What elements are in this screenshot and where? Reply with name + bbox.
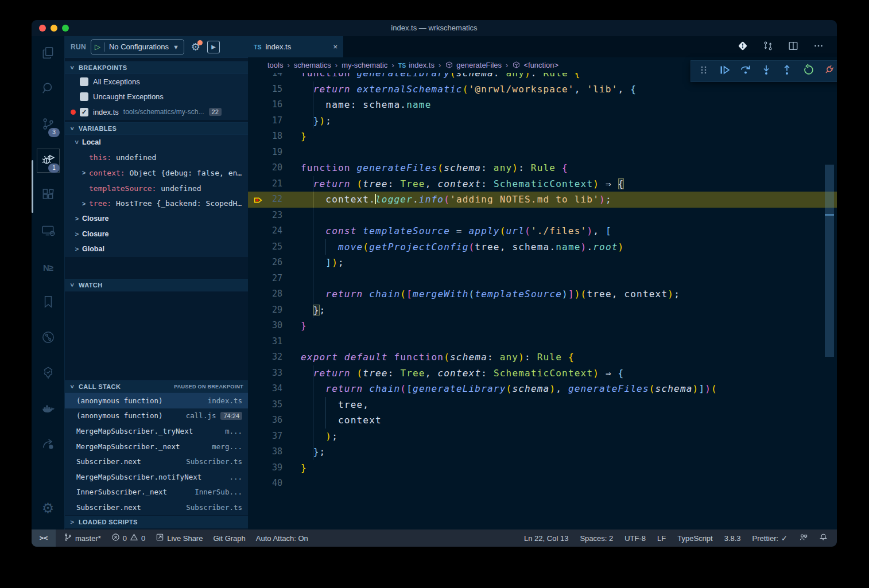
typescript-version-status[interactable]: 3.8.3 bbox=[724, 534, 741, 543]
code-line[interactable]: 37 ); bbox=[248, 429, 837, 445]
eol-status[interactable]: LF bbox=[657, 534, 666, 543]
sidebar-item-docker[interactable] bbox=[32, 392, 64, 427]
code-line[interactable]: 39} bbox=[248, 460, 837, 476]
code-line[interactable]: 15 return externalSchematic('@nrwl/works… bbox=[248, 81, 837, 98]
expand-chevron[interactable]: > bbox=[81, 169, 87, 176]
breadcrumb-item[interactable]: my-schematic bbox=[342, 61, 387, 69]
expand-chevron[interactable]: > bbox=[73, 139, 80, 145]
line-number[interactable]: 27 bbox=[248, 271, 282, 287]
line-number[interactable]: 39 bbox=[248, 460, 282, 476]
line-number[interactable]: 31 bbox=[248, 334, 282, 350]
line-number[interactable]: 35 bbox=[248, 397, 282, 413]
breakpoint-item[interactable]: All Exceptions bbox=[65, 74, 248, 89]
code-line[interactable]: 34 return chain([generateLibrary(schema)… bbox=[248, 381, 837, 397]
call-stack-frame[interactable]: (anonymous function)call.js74:24 bbox=[65, 408, 248, 424]
git-graph-status[interactable]: Git Graph bbox=[213, 534, 245, 543]
step-out-button[interactable] bbox=[781, 64, 793, 79]
sidebar-item-bookmarks[interactable] bbox=[32, 285, 64, 321]
breadcrumb-item[interactable]: schematics bbox=[294, 61, 331, 69]
code-line[interactable]: 19 bbox=[248, 145, 837, 161]
call-stack-frame[interactable]: Subscriber.nextSubscriber.ts bbox=[65, 500, 248, 515]
line-number[interactable]: 30 bbox=[248, 318, 282, 334]
start-debug-icon[interactable]: ▷ bbox=[95, 42, 100, 51]
code-line[interactable]: 29 }; bbox=[248, 302, 837, 318]
loaded-scripts-section-header[interactable]: > LOADED SCRIPTS bbox=[65, 516, 248, 528]
line-number[interactable]: 34 bbox=[248, 381, 282, 397]
step-into-button[interactable] bbox=[760, 64, 773, 79]
line-number[interactable]: 25 bbox=[248, 239, 282, 255]
line-number[interactable]: 40 bbox=[248, 476, 282, 492]
disconnect-button[interactable] bbox=[823, 64, 835, 79]
language-mode-status[interactable]: TypeScript bbox=[677, 534, 712, 543]
problems-status[interactable]: 0 0 bbox=[111, 533, 145, 543]
variables-scope[interactable]: >Global bbox=[65, 242, 248, 257]
sidebar-item-deploy[interactable] bbox=[32, 427, 64, 463]
line-number[interactable]: 33 bbox=[248, 365, 282, 381]
line-number[interactable]: 15 bbox=[248, 81, 282, 98]
expand-chevron[interactable]: > bbox=[74, 231, 80, 237]
compare-changes-icon[interactable] bbox=[762, 40, 774, 54]
continue-button[interactable] bbox=[718, 64, 731, 79]
line-number[interactable]: 24 bbox=[248, 223, 282, 239]
variable-item[interactable]: >context: Object {debug: false, en… bbox=[65, 165, 248, 181]
sidebar-item-source-control[interactable]: 3 bbox=[32, 107, 64, 143]
variable-item[interactable]: >tree: HostTree {_backend: ScopedH… bbox=[65, 196, 248, 211]
code-line[interactable]: 18} bbox=[248, 128, 837, 145]
variables-scope[interactable]: >Local bbox=[65, 135, 248, 150]
line-number[interactable]: 38 bbox=[248, 444, 282, 460]
line-number[interactable]: 28 bbox=[248, 286, 282, 302]
split-editor-icon[interactable] bbox=[787, 40, 799, 54]
code-line[interactable]: 21 return (tree: Tree, context: Schemati… bbox=[248, 176, 837, 192]
code-line[interactable]: 20function generateFiles(schema: any): R… bbox=[248, 160, 837, 176]
variables-section-header[interactable]: > VARIABLES bbox=[65, 122, 248, 135]
prettier-status[interactable]: Prettier: ✓ bbox=[752, 534, 787, 543]
sidebar-item-nx-console[interactable]: N≥ bbox=[32, 250, 64, 285]
current-line-breakpoint-icon[interactable] bbox=[253, 194, 263, 205]
code-editor[interactable]: 14function generateLibrary(schema: any):… bbox=[248, 73, 837, 529]
sidebar-item-search[interactable] bbox=[32, 72, 64, 107]
line-number[interactable]: 32 bbox=[248, 349, 282, 365]
more-actions-icon[interactable] bbox=[813, 40, 824, 54]
line-number[interactable]: 23 bbox=[248, 208, 282, 224]
code-line[interactable]: 32export default function(schema: any): … bbox=[248, 349, 837, 365]
code-line[interactable]: 16 name: schema.name bbox=[248, 97, 837, 113]
manage-button[interactable]: ⚙ bbox=[32, 490, 64, 526]
code-line[interactable]: 23 bbox=[248, 208, 837, 224]
line-number[interactable]: 29 bbox=[248, 302, 282, 318]
code-line[interactable]: 36 context bbox=[248, 412, 837, 429]
breakpoints-section-header[interactable]: > BREAKPOINTS bbox=[65, 61, 248, 74]
variables-scope[interactable]: >Closure bbox=[65, 227, 248, 242]
sidebar-item-explorer[interactable] bbox=[32, 36, 64, 72]
sidebar-item-remote-explorer[interactable] bbox=[32, 214, 64, 250]
debug-settings-button[interactable]: ⚙ bbox=[191, 42, 200, 52]
call-stack-frame[interactable]: MergeMapSubscriber._nextmerg... bbox=[65, 439, 248, 454]
restart-button[interactable] bbox=[802, 64, 814, 79]
call-stack-frame[interactable]: Subscriber.nextSubscriber.ts bbox=[65, 454, 248, 469]
breakpoint-checkbox[interactable] bbox=[80, 92, 88, 101]
watch-section-header[interactable]: > WATCH bbox=[65, 279, 248, 291]
call-stack-frame[interactable]: (anonymous function)index.ts bbox=[65, 393, 248, 408]
line-number[interactable]: 18 bbox=[248, 128, 282, 145]
breadcrumb-item[interactable]: tools bbox=[267, 61, 283, 69]
call-stack-frame[interactable]: MergeMapSubscriber.notifyNext... bbox=[65, 469, 248, 485]
breadcrumb-item[interactable]: <function> bbox=[512, 61, 558, 69]
sidebar-item-testing[interactable] bbox=[32, 356, 64, 392]
toolbar-drag-handle[interactable] bbox=[697, 64, 710, 79]
breakpoint-checkbox[interactable]: ✓ bbox=[80, 108, 88, 116]
encoding-status[interactable]: UTF-8 bbox=[624, 534, 646, 543]
indentation-status[interactable]: Spaces: 2 bbox=[580, 534, 613, 543]
tab-index-ts[interactable]: TS index.ts × bbox=[248, 36, 343, 57]
code-line[interactable]: 31 bbox=[248, 334, 837, 350]
remote-indicator[interactable]: >< bbox=[32, 529, 56, 547]
code-line[interactable]: 33 return (tree: Tree, context: Schemati… bbox=[248, 365, 837, 381]
code-line[interactable]: 26 ]); bbox=[248, 255, 837, 271]
breadcrumb-item[interactable]: generateFiles bbox=[445, 61, 502, 69]
line-number[interactable]: 36 bbox=[248, 412, 282, 429]
cursor-position-status[interactable]: Ln 22, Col 13 bbox=[524, 534, 568, 543]
step-over-button[interactable] bbox=[739, 64, 752, 79]
code-line[interactable]: 17 }); bbox=[248, 113, 837, 129]
sidebar-item-extensions[interactable] bbox=[32, 178, 64, 214]
debug-console-button[interactable]: ▶ bbox=[207, 41, 220, 53]
expand-chevron[interactable]: > bbox=[81, 200, 87, 207]
line-number[interactable]: 20 bbox=[248, 160, 282, 176]
